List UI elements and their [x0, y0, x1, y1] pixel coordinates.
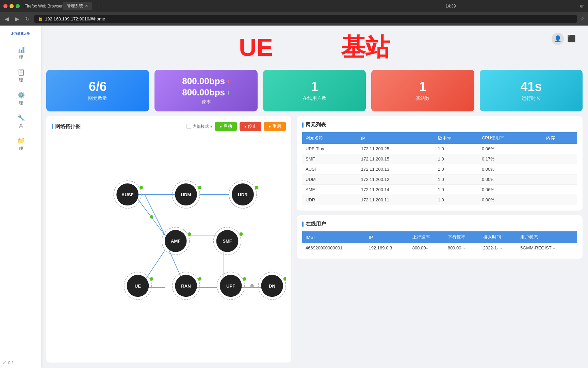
- node-list-title: 网元列表: [302, 122, 326, 128]
- header-ue: UE: [239, 33, 273, 61]
- stat-cards: 6/6 网元数量 800.00bps ↑ 800.00bps ↓ 速率: [46, 70, 583, 111]
- arrow-down-icon: ↓: [227, 89, 230, 96]
- start-button-label: 启动: [223, 123, 232, 129]
- address-bar[interactable]: 🔒 192.168.199.172:9010/#/home: [34, 15, 577, 23]
- node-cpu: 0.00%: [478, 164, 543, 174]
- col-version: 版本号: [435, 132, 478, 144]
- browser-tab[interactable]: 管理系统 ✕: [63, 2, 92, 10]
- user-status: 5GMM-REGIST···: [517, 243, 577, 253]
- table-row: AUSF 172.11.200.13 1.0 0.00%: [302, 164, 577, 174]
- stat-value-base: 1: [419, 80, 426, 94]
- node-cpu: 0.00%: [478, 195, 543, 205]
- online-users-panel: 在线用户 IMSI IP 上行速率 下行速率 接入时间 用户状态: [297, 215, 583, 259]
- node-name: AUSF: [302, 164, 358, 174]
- stat-card-users: 1 在线用户数: [263, 70, 366, 111]
- stop-button[interactable]: ● 停止: [240, 122, 261, 131]
- tl-close[interactable]: [3, 4, 7, 8]
- stat-speed-down-row: 800.00bps ↓: [182, 87, 230, 98]
- node-mem: [543, 164, 577, 174]
- online-users-table: IMSI IP 上行速率 下行速率 接入时间 用户状态 466920000000…: [302, 231, 577, 253]
- sidebar-item-1[interactable]: 📊 理: [0, 42, 41, 64]
- node-mem: [543, 154, 577, 164]
- browser-title: Firefox Web Browser: [24, 4, 63, 9]
- logout-icon[interactable]: ⬛: [567, 34, 576, 43]
- node-ip: 172.11.200.15: [358, 154, 435, 164]
- svg-text:UDM: UDM: [181, 192, 191, 197]
- user-imsi: 466920000000001: [302, 243, 365, 253]
- svg-text:UE: UE: [135, 283, 141, 289]
- mode-toggle-label[interactable]: 内部模式 ●: [186, 124, 212, 129]
- node-version: 1.0: [435, 154, 478, 164]
- browser-lang: en: [580, 4, 585, 9]
- topology-panel: 网络拓扑图 内部模式 ● ● 启动 ● 停止: [46, 116, 291, 363]
- svg-point-48: [250, 284, 254, 288]
- node-version: 1.0: [435, 144, 478, 154]
- node-version: 1.0: [435, 195, 478, 205]
- node-name: UDR: [302, 195, 358, 205]
- topology-title: 网络拓扑图: [52, 123, 81, 130]
- restart-button-label: 重启: [272, 123, 281, 129]
- stat-label-users: 在线用户数: [303, 95, 326, 102]
- refresh-btn[interactable]: ↻: [24, 16, 31, 22]
- stat-value-users: 1: [311, 80, 318, 94]
- new-tab-btn[interactable]: +: [95, 2, 105, 10]
- browser-titlebar: Firefox Web Browser 管理系统 ✕ + 14:39 en: [0, 0, 588, 12]
- svg-text:AUSF: AUSF: [121, 192, 134, 197]
- online-users-header: 在线用户: [302, 221, 577, 227]
- user-up: 800.00···: [409, 243, 444, 253]
- node-list-table: 网元名称 IP 版本号 CPU使用率 内存 UPF-Tiny 172.11.20…: [302, 132, 577, 205]
- mode-checkbox[interactable]: [186, 124, 191, 129]
- tab-bar: 管理系统 ✕ +: [63, 2, 321, 10]
- svg-text:DN: DN: [269, 283, 275, 289]
- user-ip: 192.169.0.3: [365, 243, 409, 253]
- svg-point-15: [140, 186, 143, 189]
- mode-label-text: 内部模式: [193, 124, 209, 129]
- url-text: 192.168.199.172:9010/#/home: [45, 16, 105, 21]
- stat-speed-up-row: 800.00bps ↑: [182, 76, 230, 87]
- node-version: 1.0: [435, 164, 478, 174]
- table-row: UDR 172.11.200.11 1.0 0.00%: [302, 195, 577, 205]
- node-name: SMF: [302, 154, 358, 164]
- user-col-ip: IP: [365, 231, 409, 243]
- sidebar-item-5[interactable]: 📁 理: [0, 133, 41, 156]
- node-mem: [543, 185, 577, 195]
- sidebar-logo: 北京邮電大學: [11, 29, 30, 42]
- col-cpu: CPU使用率: [478, 132, 543, 144]
- svg-text:RAN: RAN: [181, 283, 191, 289]
- node-list-header: 网元列表: [302, 122, 577, 128]
- sidebar-item-3[interactable]: ⚙️ 理: [0, 87, 41, 110]
- page-header: UE 基站 👤 ⬛: [46, 31, 583, 65]
- online-users-title: 在线用户: [302, 221, 326, 227]
- svg-point-23: [255, 186, 258, 189]
- node-ip: 172.11.200.13: [358, 164, 435, 174]
- tl-fullscreen[interactable]: [16, 4, 20, 8]
- node-cpu: 0.06%: [478, 144, 543, 154]
- start-button[interactable]: ● 启动: [215, 122, 237, 131]
- lock-icon: 🔒: [38, 16, 43, 21]
- sidebar-item-4[interactable]: 🔧 具: [0, 110, 41, 133]
- stat-value-nodes: 6/6: [89, 80, 107, 94]
- arrow-up-icon: ↑: [227, 78, 230, 85]
- sidebar-item-3-label: 理: [4, 100, 38, 106]
- topology-svg: AUSF UDM UDR AMF: [52, 135, 286, 357]
- user-col-status: 用户状态: [517, 231, 577, 243]
- browser-time: 14:39: [321, 4, 580, 9]
- stat-label-nodes: 网元数量: [88, 95, 107, 102]
- tl-minimize[interactable]: [10, 4, 14, 8]
- user-col-down: 下行速率: [444, 231, 480, 243]
- stop-circle-icon: ●: [244, 125, 246, 128]
- stat-card-nodes: 6/6 网元数量: [46, 70, 149, 111]
- sidebar-item-5-label: 理: [4, 146, 38, 152]
- close-tab-icon[interactable]: ✕: [85, 4, 88, 8]
- sidebar-item-2[interactable]: 📋 理: [0, 64, 41, 87]
- restart-button[interactable]: ● 重启: [264, 122, 286, 131]
- stat-card-base: 1 基站数: [371, 70, 474, 111]
- node-name: AMF: [302, 185, 358, 195]
- back-btn[interactable]: ◀: [3, 16, 10, 22]
- user-down: 800.00···: [444, 243, 480, 253]
- header-base: 基站: [341, 31, 390, 64]
- node-version: 1.0: [435, 174, 478, 185]
- bookmark-icon[interactable]: ☆: [580, 16, 585, 21]
- forward-btn[interactable]: ▶: [14, 16, 20, 22]
- start-circle-icon: ●: [220, 125, 222, 128]
